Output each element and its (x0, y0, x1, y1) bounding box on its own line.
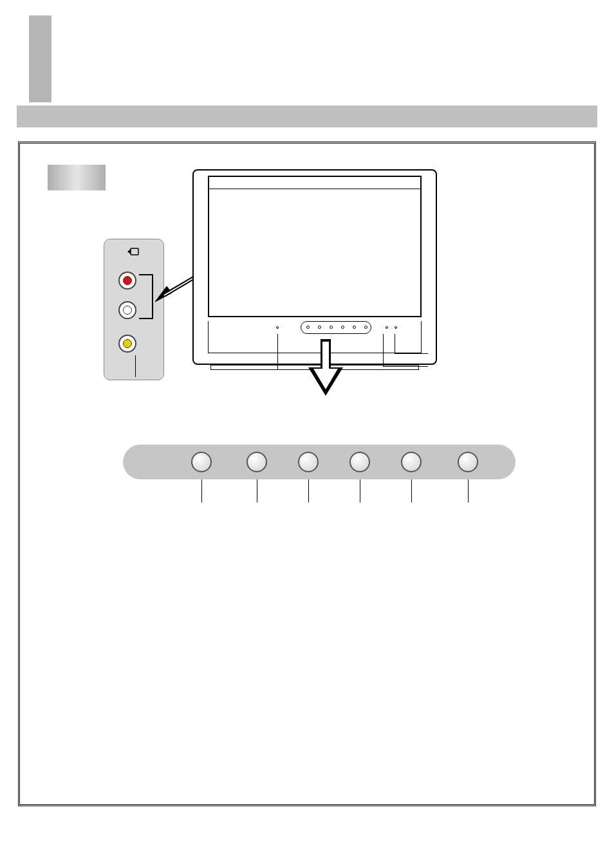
leader-line (201, 479, 202, 503)
indicator-dot (395, 326, 397, 329)
side-tab (29, 15, 51, 102)
page-frame (18, 142, 596, 806)
leader-line (277, 334, 278, 370)
leader-line (360, 479, 360, 503)
leader-line (468, 479, 469, 503)
front-button-bar (123, 445, 516, 479)
input-source-icon (127, 246, 141, 257)
leader-line (257, 479, 257, 503)
video-jack[interactable] (118, 335, 136, 353)
front-button-5[interactable] (401, 452, 422, 472)
front-button-6[interactable] (458, 452, 478, 472)
heading-band (17, 106, 597, 127)
leader-line (411, 479, 412, 503)
audio-right-jack[interactable] (118, 272, 136, 290)
audio-bracket-icon (139, 274, 153, 319)
indicator-dot (276, 326, 279, 329)
panel-leader-line (135, 355, 136, 377)
front-button-3[interactable] (298, 452, 319, 472)
audio-left-jack[interactable] (118, 301, 136, 319)
av-input-panel (104, 239, 164, 380)
front-button-1[interactable] (191, 452, 212, 472)
button-cluster-outline (301, 321, 371, 334)
leader-line (383, 334, 428, 374)
leader-line (308, 479, 309, 503)
front-button-2[interactable] (247, 452, 267, 472)
section-label-box (47, 164, 106, 191)
svg-rect-0 (131, 248, 138, 255)
indicator-dot (386, 326, 388, 329)
front-button-4[interactable] (349, 452, 370, 472)
